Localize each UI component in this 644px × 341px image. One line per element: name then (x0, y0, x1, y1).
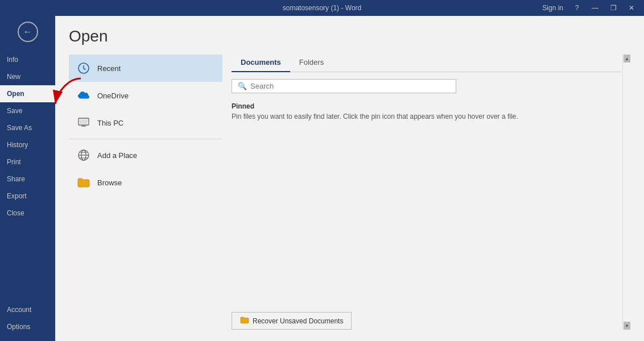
window-title: somatosensory (1) - Word (283, 4, 362, 12)
panels: Recent OneDrive (69, 55, 630, 330)
search-input[interactable] (250, 82, 450, 90)
scrollbar-track[interactable]: ▲ ▼ (622, 55, 630, 330)
sidebar-item-save-as[interactable]: Save As (0, 119, 55, 136)
tab-folders[interactable]: Folders (290, 55, 333, 72)
sidebar-item-options[interactable]: Options (0, 318, 55, 335)
left-nav-panel: Recent OneDrive (69, 55, 222, 330)
nav-item-this-pc[interactable]: This PC (69, 109, 222, 136)
restore-button[interactable]: ❐ (605, 0, 621, 16)
folder-icon (77, 176, 90, 189)
sidebar-item-save[interactable]: Save (0, 102, 55, 119)
cloud-icon (77, 89, 90, 102)
computer-icon (77, 116, 90, 130)
pinned-label: Pinned (232, 102, 621, 110)
page-title: Open (69, 27, 630, 45)
search-box: 🔍 (232, 79, 456, 93)
sidebar-item-new[interactable]: New (0, 68, 55, 85)
search-icon: 🔍 (238, 82, 247, 90)
nav-item-browse-label: Browse (97, 178, 122, 187)
nav-item-add-place[interactable]: Add a Place (69, 142, 222, 169)
sidebar-item-close[interactable]: Close (0, 205, 55, 222)
nav-item-onedrive-label: OneDrive (97, 92, 129, 100)
nav-item-onedrive[interactable]: OneDrive (69, 82, 222, 109)
content-area: Open Recent (55, 16, 644, 341)
help-button[interactable]: ? (569, 0, 585, 16)
close-button[interactable]: ✕ (624, 0, 639, 16)
back-button[interactable]: ← (18, 22, 38, 42)
sidebar-item-history[interactable]: History (0, 136, 55, 153)
globe-icon (77, 148, 90, 162)
minimize-button[interactable]: — (587, 0, 603, 16)
sidebar-item-export[interactable]: Export (0, 188, 55, 205)
main-layout: ← Info New Open Save Save As History Pri… (0, 16, 644, 341)
title-bar: somatosensory (1) - Word Sign in ? — ❐ ✕ (0, 0, 644, 16)
tabs-bar: Documents Folders (232, 55, 621, 72)
pinned-description: Pin files you want to easily find later.… (232, 113, 621, 120)
sidebar: ← Info New Open Save Save As History Pri… (0, 16, 55, 341)
nav-item-add-place-label: Add a Place (97, 151, 137, 160)
nav-item-recent-label: Recent (97, 64, 121, 73)
pinned-section: Pinned Pin files you want to easily find… (232, 102, 621, 120)
tab-documents[interactable]: Documents (232, 55, 290, 72)
scrollbar-up-button[interactable]: ▲ (624, 55, 630, 63)
nav-item-this-pc-label: This PC (97, 119, 123, 127)
nav-item-browse[interactable]: Browse (69, 169, 222, 196)
svg-rect-6 (80, 119, 88, 124)
nav-item-recent[interactable]: Recent (69, 55, 222, 82)
sidebar-item-info[interactable]: Info (0, 51, 55, 68)
sidebar-item-print[interactable]: Print (0, 153, 55, 170)
recover-button-label: Recover Unsaved Documents (253, 317, 343, 325)
clock-icon (77, 61, 90, 75)
recover-folder-icon (240, 316, 249, 326)
bottom-bar: Recover Unsaved Documents (232, 305, 621, 330)
sidebar-item-open[interactable]: Open (0, 85, 55, 102)
recover-unsaved-button[interactable]: Recover Unsaved Documents (232, 312, 352, 330)
scrollbar-down-button[interactable]: ▼ (624, 322, 630, 330)
right-panel: Documents Folders 🔍 Pinned Pin files you… (222, 55, 630, 330)
sidebar-item-account[interactable]: Account (0, 301, 55, 318)
svg-line-2 (84, 69, 86, 70)
sidebar-item-share[interactable]: Share (0, 170, 55, 188)
sign-in-link[interactable]: Sign in (539, 4, 567, 12)
